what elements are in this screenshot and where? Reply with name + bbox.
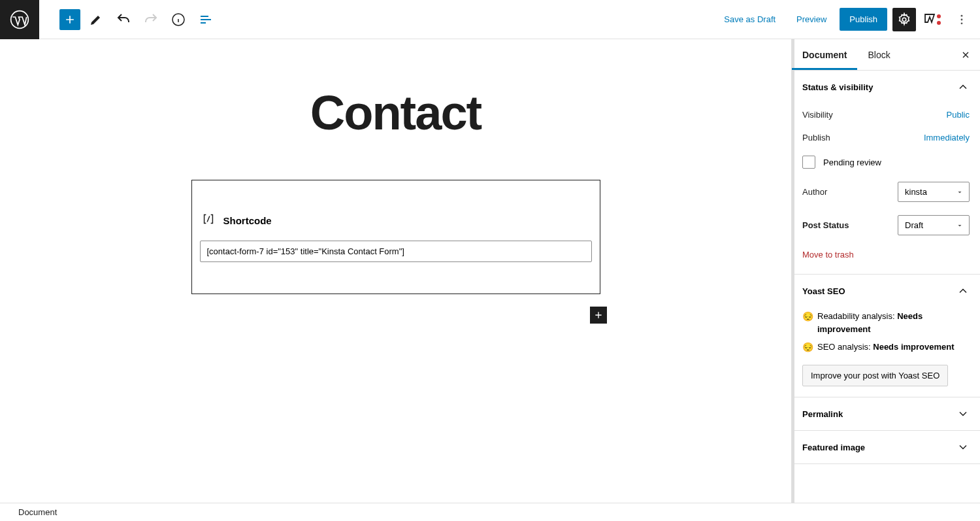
- sidebar-tabs: Document Block: [792, 39, 980, 71]
- main-area: Contact Shortcode Document Block: [0, 39, 980, 503]
- svg-point-7: [961, 22, 963, 24]
- save-draft-button[interactable]: Save as Draft: [716, 8, 783, 31]
- svg-point-4: [937, 21, 941, 25]
- post-status-row: Post Status Draft: [802, 209, 970, 242]
- topbar-right: Save as Draft Preview Publish: [716, 8, 980, 31]
- page-title[interactable]: Contact: [310, 85, 481, 141]
- outline-icon[interactable]: [194, 8, 218, 31]
- featured-image-panel: Featured image: [792, 431, 980, 464]
- chevron-down-icon: [956, 441, 970, 454]
- svg-point-3: [937, 14, 941, 18]
- redo-icon: [139, 8, 163, 31]
- yoast-icon[interactable]: [921, 8, 945, 31]
- visibility-row: Visibility Public: [802, 103, 970, 126]
- panel-title: Status & visibility: [802, 82, 873, 92]
- topbar-left: [0, 0, 218, 39]
- svg-point-5: [961, 14, 963, 16]
- permalink-panel: Permalink: [792, 397, 980, 431]
- close-panel-icon[interactable]: [958, 47, 973, 63]
- pending-review-label: Pending review: [823, 158, 881, 167]
- chevron-up-icon: [956, 284, 970, 297]
- info-icon[interactable]: [167, 8, 190, 31]
- publish-row: Publish Immediately: [802, 126, 970, 149]
- pending-review-checkbox[interactable]: [802, 156, 815, 169]
- yoast-seo-panel: Yoast SEO 😔 Readability analysis: Needs …: [792, 275, 980, 397]
- block-header: Shortcode: [200, 212, 592, 229]
- status-panel-header[interactable]: Status & visibility: [792, 71, 980, 103]
- editor-canvas: Contact Shortcode: [0, 39, 791, 503]
- chevron-up-icon: [956, 80, 970, 93]
- breadcrumb[interactable]: Document: [18, 507, 57, 517]
- chevron-down-icon: [956, 407, 970, 420]
- status-visibility-panel: Status & visibility Visibility Public Pu…: [792, 71, 980, 275]
- panel-title: Permalink: [802, 409, 843, 419]
- panel-title: Featured image: [802, 443, 865, 452]
- sad-face-icon: 😔: [802, 310, 813, 324]
- author-row: Author kinsta: [802, 175, 970, 209]
- tab-block[interactable]: Block: [857, 39, 900, 70]
- author-label: Author: [802, 187, 827, 197]
- post-status-label: Post Status: [802, 220, 849, 230]
- more-options-icon[interactable]: [950, 8, 973, 31]
- settings-sidebar: Document Block Status & visibility Visib…: [791, 39, 980, 503]
- edit-tool-icon[interactable]: [84, 8, 108, 31]
- shortcode-input[interactable]: [200, 241, 592, 262]
- publish-label: Publish: [802, 133, 830, 143]
- pending-review-row: Pending review: [802, 149, 970, 175]
- add-block-button[interactable]: [59, 9, 80, 30]
- add-block-after-button[interactable]: [590, 307, 607, 324]
- shortcode-block[interactable]: Shortcode: [191, 180, 600, 294]
- improve-yoast-button[interactable]: Improve your post with Yoast SEO: [802, 365, 948, 386]
- visibility-label: Visibility: [802, 110, 833, 120]
- seo-analysis: 😔 SEO analysis: Needs improvement: [802, 338, 970, 357]
- shortcode-icon: [201, 212, 216, 229]
- yoast-panel-header[interactable]: Yoast SEO: [792, 275, 980, 307]
- visibility-value[interactable]: Public: [947, 110, 970, 120]
- move-to-trash[interactable]: Move to trash: [802, 242, 854, 263]
- sad-face-icon: 😔: [802, 341, 813, 354]
- wordpress-logo[interactable]: [0, 0, 39, 39]
- tab-document[interactable]: Document: [792, 39, 857, 70]
- post-status-select[interactable]: Draft: [898, 215, 970, 235]
- panel-title: Yoast SEO: [802, 286, 845, 296]
- featured-image-header[interactable]: Featured image: [792, 431, 980, 463]
- editor-footer: Document: [0, 503, 980, 521]
- readability-analysis: 😔 Readability analysis: Needs improvemen…: [802, 307, 970, 338]
- editor-topbar: Save as Draft Preview Publish: [0, 0, 980, 39]
- svg-point-2: [902, 18, 906, 22]
- svg-point-6: [961, 18, 963, 20]
- undo-icon[interactable]: [112, 8, 135, 31]
- block-type-label: Shortcode: [223, 215, 272, 226]
- settings-icon[interactable]: [892, 8, 916, 31]
- publish-value[interactable]: Immediately: [924, 133, 970, 143]
- permalink-header[interactable]: Permalink: [792, 397, 980, 430]
- author-select[interactable]: kinsta: [898, 182, 970, 202]
- preview-button[interactable]: Preview: [789, 8, 834, 31]
- publish-button[interactable]: Publish: [840, 8, 887, 31]
